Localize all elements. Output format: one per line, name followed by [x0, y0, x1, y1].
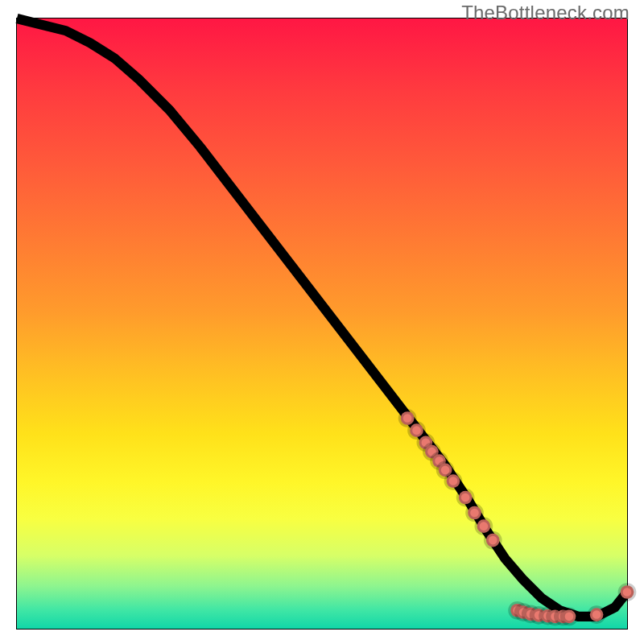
cluster-descent-7 [447, 474, 460, 488]
cluster-descent-8 [459, 491, 473, 505]
curve-end [621, 585, 634, 599]
cluster-descent-11 [486, 534, 500, 547]
chart-svg [17, 19, 627, 629]
data-points-group [401, 411, 634, 623]
cluster-descent-10 [477, 519, 491, 533]
bottleneck-chart: TheBottleneck.com [0, 0, 644, 644]
plot-area [16, 18, 628, 630]
cluster-descent-9 [468, 506, 481, 520]
bottleneck-curve-line [17, 19, 627, 617]
bottom-8 [563, 610, 576, 624]
bottom-9 [590, 608, 604, 621]
